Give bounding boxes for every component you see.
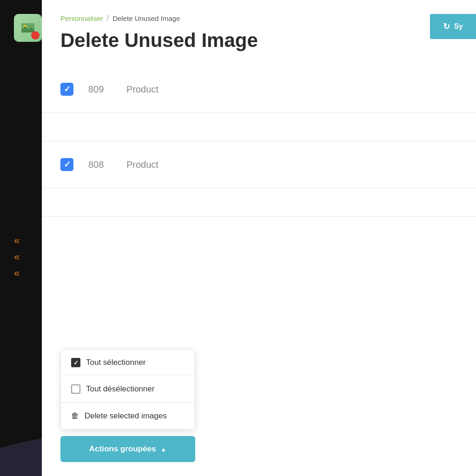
deselect-all-checkbox[interactable] xyxy=(71,384,80,394)
select-all-label: Tout sélectionner xyxy=(86,358,146,367)
image-item-1: 809 Product xyxy=(42,66,476,113)
delete-selected-label: Delete selected images xyxy=(85,411,167,421)
item-id-2: 808 xyxy=(88,159,112,170)
dropdown-menu: Tout sélectionner Tout désélectionner 🗑 … xyxy=(60,349,195,430)
checkbox-item-2[interactable] xyxy=(60,158,73,171)
item-id-1: 809 xyxy=(88,84,112,95)
breadcrumb: Personnaliser / Delete Unused Image xyxy=(60,14,457,22)
image-item-2: 808 Product xyxy=(42,141,476,188)
item-type-2: Product xyxy=(126,159,159,170)
page-title: Delete Unused Image xyxy=(60,29,457,52)
select-all-item[interactable]: Tout sélectionner xyxy=(61,350,195,376)
sync-button[interactable]: ↻ Sy xyxy=(430,14,476,39)
item-divider-2 xyxy=(42,216,476,217)
breadcrumb-current: Delete Unused Image xyxy=(112,14,180,22)
actions-button-label: Actions groupées xyxy=(89,444,156,454)
checkbox-item-1[interactable] xyxy=(60,83,73,96)
delete-selected-item[interactable]: 🗑 Delete selected images xyxy=(61,403,195,429)
deselect-all-item[interactable]: Tout désélectionner xyxy=(61,376,195,403)
actions-groupees-button[interactable]: Actions groupées ▲ xyxy=(60,436,195,462)
main-panel: Personnaliser / Delete Unused Image Dele… xyxy=(42,0,476,476)
select-all-checkbox[interactable] xyxy=(71,358,80,367)
item-spacer-1 xyxy=(42,113,476,141)
app-icon xyxy=(14,14,42,42)
sync-button-label: Sy xyxy=(454,22,463,31)
item-type-1: Product xyxy=(126,84,159,95)
item-spacer-2 xyxy=(42,188,476,216)
breadcrumb-separator: / xyxy=(107,14,109,22)
dropdown-container: Tout sélectionner Tout désélectionner 🗑 … xyxy=(60,349,195,430)
deselect-all-label: Tout désélectionner xyxy=(86,384,154,394)
panel-header: Personnaliser / Delete Unused Image Dele… xyxy=(42,0,476,61)
panel-content: 809 Product 808 Product xyxy=(42,66,476,217)
actions-button-arrow-icon: ▲ xyxy=(160,446,166,453)
trash-icon: 🗑 xyxy=(71,411,79,421)
breadcrumb-parent[interactable]: Personnaliser xyxy=(60,14,103,22)
sync-icon: ↻ xyxy=(443,21,450,32)
sidebar-chevrons: « « « xyxy=(14,232,20,282)
